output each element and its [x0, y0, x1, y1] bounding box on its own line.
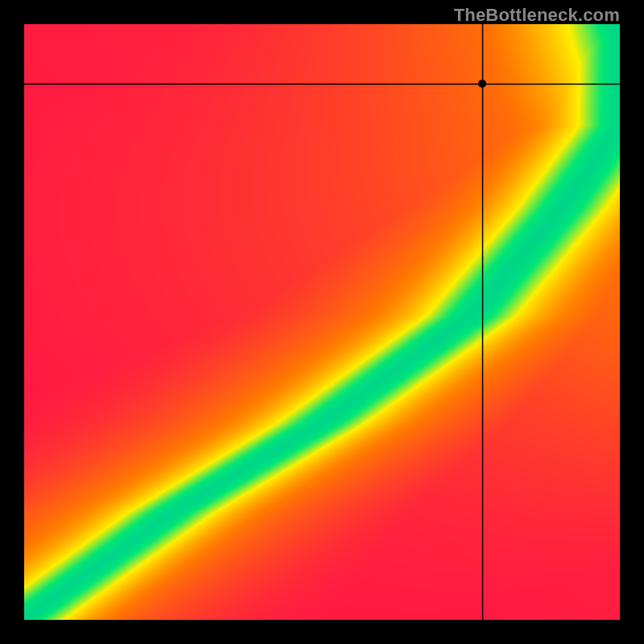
heatmap-canvas: [24, 24, 620, 620]
watermark-text: TheBottleneck.com: [454, 5, 620, 26]
heatmap-plot: [24, 24, 620, 620]
chart-container: TheBottleneck.com: [0, 0, 644, 644]
